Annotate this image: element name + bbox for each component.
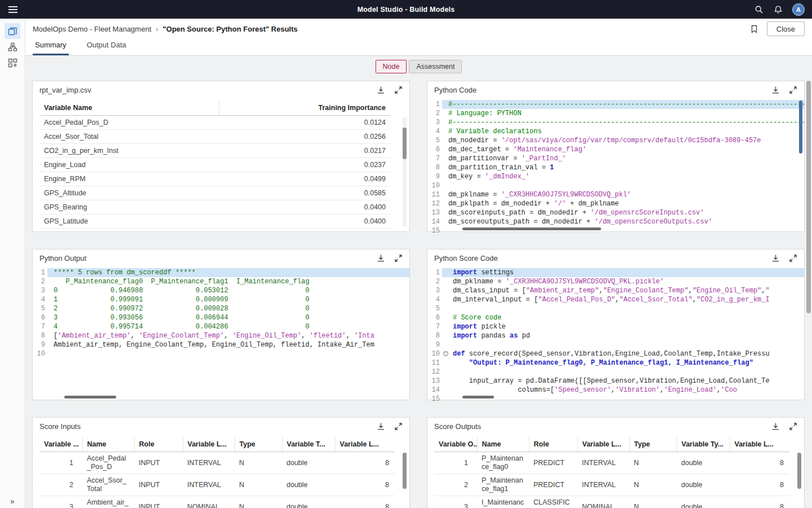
table-row[interactable]: GPS_Bearing0.0400 bbox=[39, 200, 390, 214]
code-line[interactable]: 8import pandas as pd bbox=[427, 331, 804, 340]
code-line[interactable]: 9dm_key = '_dmIndex_' bbox=[427, 172, 804, 181]
main-scrollbar[interactable] bbox=[806, 81, 811, 503]
node-toggle-button[interactable]: Node bbox=[376, 60, 407, 73]
download-icon[interactable] bbox=[376, 85, 385, 94]
code-line[interactable]: 9 bbox=[427, 340, 804, 349]
code-line[interactable]: 1#--------------------------------------… bbox=[427, 100, 804, 109]
table-row[interactable]: Accel_Pedal_Pos_D0.0124 bbox=[39, 116, 390, 130]
table-scrollbar-thumb[interactable] bbox=[403, 453, 407, 489]
python-output-editor[interactable]: 1***** 5 rows from dm_scoreddf *****2 P_… bbox=[33, 266, 409, 401]
code-line[interactable]: 12dm_pklpath = dm_nodedir + '/' + dm_pkl… bbox=[427, 199, 804, 208]
code-line[interactable]: 10–def score_record(Speed_sensor,Vibrati… bbox=[427, 349, 804, 358]
code-line[interactable]: 1import settings bbox=[427, 268, 804, 277]
expand-icon[interactable] bbox=[788, 85, 797, 94]
code-line[interactable]: 5dm_nodedir = '/opt/sas/viya/config/var/… bbox=[427, 136, 804, 145]
code-line[interactable]: 6# Score code bbox=[427, 313, 804, 322]
main-scrollbar-thumb[interactable] bbox=[806, 81, 811, 313]
fold-toggle-icon[interactable]: – bbox=[442, 349, 451, 358]
expand-sidebar-icon[interactable]: » bbox=[0, 497, 25, 506]
column-header[interactable]: Role bbox=[529, 437, 577, 452]
search-icon[interactable] bbox=[754, 5, 764, 14]
table-row[interactable]: CO2_in_g_per_km_Inst0.0217 bbox=[39, 144, 390, 158]
code-line[interactable]: 1***** 5 rows from dm_scoreddf ***** bbox=[33, 268, 409, 277]
column-header[interactable]: Name bbox=[82, 437, 134, 452]
close-button[interactable]: Close bbox=[767, 21, 805, 36]
table-scrollbar-thumb[interactable] bbox=[797, 453, 801, 489]
horizontal-scrollbar[interactable] bbox=[462, 227, 601, 230]
code-line[interactable]: 8['Ambient_air_temp', 'Engine_Coolant_Te… bbox=[33, 331, 409, 340]
python-score-code-editor[interactable]: 1import settings2dm_pklname = '_CXR3HHCA… bbox=[427, 266, 804, 401]
code-line[interactable]: 74 0.995714 0.004286 0 bbox=[33, 322, 409, 331]
code-line[interactable]: 7dm_partitionvar = '_PartInd_' bbox=[427, 154, 804, 163]
table-row[interactable]: 3Ambient_air_tempINPUTNOMINALNdouble8 bbox=[39, 496, 395, 508]
tab-output-data[interactable]: Output Data bbox=[85, 41, 129, 55]
code-line[interactable]: 11dm_pklname = '_CXR3HHCA9OJ7SYL9WRCDSOD… bbox=[427, 190, 804, 199]
table-row[interactable]: Engine_RPM0.0499 bbox=[39, 172, 390, 186]
code-line[interactable]: 2dm_pklname = '_CXR3HHCA9OJ7SYL9WRCDSODV… bbox=[427, 277, 804, 286]
code-line[interactable]: 14 columns=['Speed_sensor','Vibration','… bbox=[427, 386, 804, 395]
download-icon[interactable] bbox=[376, 422, 385, 431]
pipeline-results-icon[interactable] bbox=[5, 23, 20, 39]
code-line[interactable]: 13 input_array = pd.DataFrame([[Speed_se… bbox=[427, 376, 804, 386]
horizontal-scrollbar[interactable] bbox=[64, 396, 116, 398]
data-grid-icon[interactable] bbox=[5, 55, 20, 71]
download-icon[interactable] bbox=[771, 85, 780, 94]
column-header[interactable]: Variable O... bbox=[434, 437, 477, 452]
breadcrumb-project-link[interactable]: ModelOps Demo - Fleet Managment bbox=[33, 25, 151, 33]
column-header[interactable]: Variable Name bbox=[39, 100, 219, 116]
code-line[interactable]: 3dm_class_input = ["Ambient_air_temp","E… bbox=[427, 286, 804, 295]
code-line[interactable]: 5 bbox=[427, 304, 804, 313]
pipeline-nodes-icon[interactable] bbox=[5, 39, 20, 55]
expand-icon[interactable] bbox=[394, 253, 403, 262]
table-row[interactable]: 2P_Maintenance_flag1PREDICTINTERVALNdoub… bbox=[434, 474, 789, 496]
user-avatar[interactable]: A bbox=[792, 3, 805, 16]
column-header[interactable]: Training Importance bbox=[219, 100, 390, 116]
table-row[interactable]: GPS_Altitude0.0585 bbox=[39, 186, 390, 200]
table-row[interactable]: 1P_Maintenance_flag0PREDICTINTERVALNdoub… bbox=[434, 452, 789, 474]
code-line[interactable]: 9Ambient_air_temp, Engine_Coolant_Temp, … bbox=[33, 340, 409, 349]
horizontal-scrollbar[interactable] bbox=[462, 396, 494, 398]
code-line[interactable]: 8dm_partition_train_val = 1 bbox=[427, 163, 804, 172]
code-line[interactable]: 2# Language: PYTHON bbox=[427, 109, 804, 118]
code-line[interactable]: 63 0.993056 0.006944 0 bbox=[33, 313, 409, 322]
expand-icon[interactable] bbox=[394, 422, 403, 431]
table-row[interactable]: Engine_Load0.0237 bbox=[39, 158, 390, 172]
code-line[interactable]: 10 bbox=[33, 349, 409, 358]
expand-icon[interactable] bbox=[788, 422, 797, 431]
column-header[interactable]: Variable L... bbox=[183, 437, 235, 452]
column-header[interactable]: Variable L... bbox=[577, 437, 629, 452]
expand-icon[interactable] bbox=[394, 85, 403, 94]
code-line[interactable]: 4# Variable declarations bbox=[427, 127, 804, 136]
python-code-editor[interactable]: 1#--------------------------------------… bbox=[427, 98, 804, 233]
code-line[interactable]: 6dm_dec_target = 'Maintenance_flag' bbox=[427, 145, 804, 154]
column-header[interactable]: Variable Ty... bbox=[677, 437, 730, 452]
code-line[interactable]: 3#--------------------------------------… bbox=[427, 118, 804, 127]
code-line[interactable]: 2 P_Maintenance_flag0 P_Maintenance_flag… bbox=[33, 277, 409, 286]
tab-summary[interactable]: Summary bbox=[33, 41, 69, 55]
code-line[interactable]: 14dm_scoreoutputs_path = dm_nodedir + '/… bbox=[427, 217, 804, 226]
assessment-toggle-button[interactable]: Assessment bbox=[409, 60, 462, 73]
column-header[interactable]: Variable T... bbox=[282, 437, 335, 452]
code-line[interactable]: 41 0.999091 0.000909 0 bbox=[33, 295, 409, 304]
code-line[interactable]: 4dm_interval_input = ["Accel_Pedal_Pos_D… bbox=[427, 295, 804, 304]
table-row[interactable]: 2Accel_Ssor_TotalINPUTINTERVALNdouble8 bbox=[39, 474, 395, 496]
code-line[interactable]: 10 bbox=[427, 181, 804, 190]
table-scrollbar-thumb[interactable] bbox=[403, 128, 407, 159]
column-header[interactable]: Type bbox=[235, 437, 282, 452]
column-header[interactable]: Type bbox=[629, 437, 677, 452]
column-header[interactable]: Name bbox=[477, 437, 529, 452]
column-header[interactable]: Role bbox=[134, 437, 183, 452]
code-line[interactable]: 11 "Output: P_Maintenance_flag0, P_Maint… bbox=[427, 358, 804, 367]
download-icon[interactable] bbox=[771, 422, 780, 431]
table-row[interactable]: Accel_Ssor_Total0.0256 bbox=[39, 130, 390, 144]
column-header[interactable]: Variable ... bbox=[39, 437, 82, 452]
vertical-scrollbar[interactable] bbox=[799, 100, 802, 154]
bookmark-icon[interactable] bbox=[750, 24, 759, 33]
column-header[interactable]: Variable L... bbox=[335, 437, 395, 452]
expand-icon[interactable] bbox=[788, 253, 797, 262]
menu-icon[interactable] bbox=[0, 6, 25, 14]
notifications-bell-icon[interactable] bbox=[773, 5, 783, 14]
table-row[interactable]: 3I_Maintenance_flagCLASSIFICATIONNOMINAL… bbox=[434, 496, 789, 508]
download-icon[interactable] bbox=[771, 253, 780, 262]
code-line[interactable]: 12 bbox=[427, 367, 804, 376]
